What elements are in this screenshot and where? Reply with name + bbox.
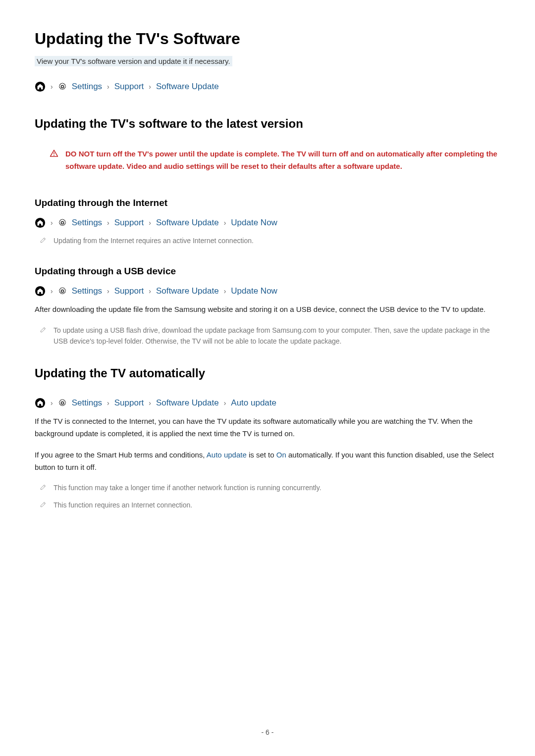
breadcrumb-settings: Settings xyxy=(72,286,102,296)
gear-icon xyxy=(58,82,67,91)
auto-body-2-pre: If you agree to the Smart Hub terms and … xyxy=(35,451,207,459)
subsection-usb-heading: Updating through a USB device xyxy=(35,266,500,277)
gear-icon xyxy=(58,287,67,296)
note-auto-2: This function requires an Internet conne… xyxy=(35,500,500,510)
warning-icon xyxy=(50,149,58,158)
breadcrumb-software-update: Software Update xyxy=(156,398,219,408)
note-text: This function requires an Internet conne… xyxy=(54,500,192,510)
note-auto-1: This function may take a longer time if … xyxy=(35,482,500,493)
chevron-icon: › xyxy=(149,219,151,227)
breadcrumb-auto: › Settings › Support › Software Update ›… xyxy=(35,398,500,408)
warning-callout: DO NOT turn off the TV's power until the… xyxy=(35,148,500,173)
note-internet: Updating from the Internet requires an a… xyxy=(35,235,500,246)
auto-update-link: Auto update xyxy=(207,451,247,459)
pencil-icon xyxy=(40,484,47,491)
section-heading-auto: Updating the TV automatically xyxy=(35,366,500,380)
page-number: - 6 - xyxy=(262,728,274,736)
breadcrumb-settings: Settings xyxy=(72,82,102,92)
section-heading-latest: Updating the TV's software to the latest… xyxy=(35,117,500,131)
chevron-icon: › xyxy=(149,83,151,91)
breadcrumb-support: Support xyxy=(114,82,144,92)
chevron-icon: › xyxy=(149,399,151,407)
pencil-icon xyxy=(40,237,47,244)
warning-text: DO NOT turn off the TV's power until the… xyxy=(65,148,500,173)
breadcrumb-settings: Settings xyxy=(72,218,102,228)
breadcrumb-auto-update: Auto update xyxy=(231,398,276,408)
chevron-icon: › xyxy=(107,287,109,295)
page-title: Updating the TV's Software xyxy=(35,30,500,48)
home-icon xyxy=(35,398,46,408)
breadcrumb-internet: › Settings › Support › Software Update ›… xyxy=(35,217,500,228)
pencil-icon xyxy=(40,326,47,333)
home-icon xyxy=(35,81,46,92)
chevron-icon: › xyxy=(224,399,226,407)
subsection-internet-heading: Updating through the Internet xyxy=(35,198,500,208)
breadcrumb-software-update: Software Update xyxy=(156,82,219,92)
breadcrumb-software-update: Software Update xyxy=(156,286,219,296)
pencil-icon xyxy=(40,501,47,508)
usb-body-text: After downloading the update file from t… xyxy=(35,303,500,316)
breadcrumb-main: › Settings › Support › Software Update xyxy=(35,81,500,92)
chevron-icon: › xyxy=(51,399,53,407)
gear-icon xyxy=(58,218,67,227)
chevron-icon: › xyxy=(107,399,109,407)
chevron-icon: › xyxy=(51,287,53,295)
chevron-icon: › xyxy=(224,287,226,295)
breadcrumb-support: Support xyxy=(114,398,144,408)
chevron-icon: › xyxy=(51,219,53,227)
breadcrumb-support: Support xyxy=(114,218,144,228)
auto-body-2-mid: is set to xyxy=(247,451,276,459)
breadcrumb-usb: › Settings › Support › Software Update ›… xyxy=(35,286,500,297)
gear-icon xyxy=(58,399,67,407)
on-link: On xyxy=(276,451,286,459)
note-usb: To update using a USB flash drive, downl… xyxy=(35,325,500,347)
breadcrumb-settings: Settings xyxy=(72,398,102,408)
breadcrumb-software-update: Software Update xyxy=(156,218,219,228)
note-text: This function may take a longer time if … xyxy=(54,482,321,493)
breadcrumb-update-now: Update Now xyxy=(231,286,277,296)
auto-body-1: If the TV is connected to the Internet, … xyxy=(35,415,500,440)
home-icon xyxy=(35,217,46,228)
chevron-icon: › xyxy=(149,287,151,295)
page-subtitle: View your TV's software version and upda… xyxy=(35,56,232,66)
home-icon xyxy=(35,286,46,297)
auto-body-2: If you agree to the Smart Hub terms and … xyxy=(35,449,500,474)
chevron-icon: › xyxy=(224,219,226,227)
breadcrumb-update-now: Update Now xyxy=(231,218,277,228)
chevron-icon: › xyxy=(107,219,109,227)
breadcrumb-support: Support xyxy=(114,286,144,296)
note-text: Updating from the Internet requires an a… xyxy=(54,235,254,246)
chevron-icon: › xyxy=(107,83,109,91)
chevron-icon: › xyxy=(51,83,53,91)
note-text: To update using a USB flash drive, downl… xyxy=(54,325,500,347)
